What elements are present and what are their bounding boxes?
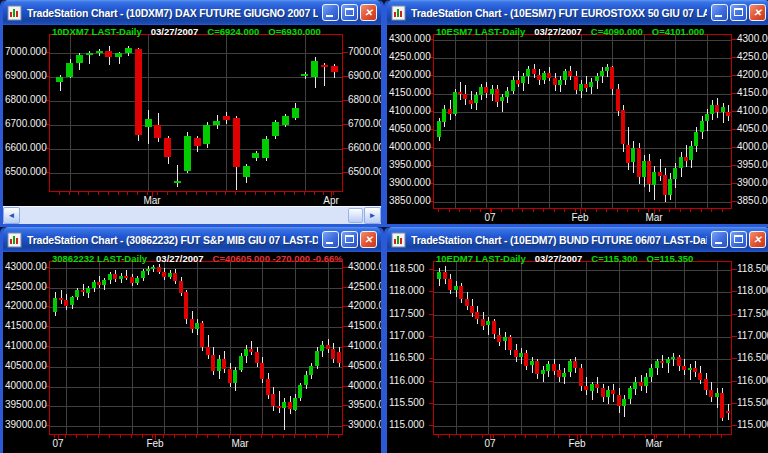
y-axis-label: 6800.000	[348, 95, 381, 105]
candle-body	[652, 172, 656, 185]
candle-body	[589, 82, 593, 87]
chart-area[interactable]: 118.500118.500118.000118.000117.500117.5…	[387, 252, 768, 450]
y-axis-label: 6600.000	[5, 143, 44, 153]
candle-wick	[717, 388, 718, 408]
candle-body	[500, 97, 504, 101]
x-axis-tick	[216, 192, 217, 195]
y-axis-label: 4300.000	[389, 34, 428, 44]
candle-body	[184, 292, 188, 319]
x-axis-tick	[501, 209, 502, 212]
minimize-button[interactable]	[711, 4, 728, 21]
candle-body	[590, 384, 594, 391]
maximize-button[interactable]	[730, 4, 747, 21]
legend-item: 03/27/2007	[151, 26, 199, 37]
tradestation-chart-icon	[7, 5, 23, 21]
candle-body	[710, 105, 714, 114]
candle-body	[617, 395, 621, 406]
y-axis-label: 117.000	[737, 331, 768, 341]
candle-body	[213, 121, 220, 125]
h-gridline	[50, 173, 342, 174]
candle-body	[655, 361, 659, 368]
plot-area[interactable]	[49, 34, 343, 192]
legend-item: 10DXM7 LAST-Daily	[52, 26, 142, 37]
y-axis-label: 42500.00	[5, 282, 44, 292]
scroll-left-button[interactable]: ◄	[3, 207, 20, 224]
chart-area[interactable]: 7000.0007000.0006900.0006900.0006800.000…	[3, 25, 381, 207]
maximize-button[interactable]	[341, 4, 358, 21]
close-button[interactable]: ✕	[360, 231, 377, 248]
candle-body	[92, 282, 96, 288]
candle-body	[194, 138, 201, 146]
minimize-button[interactable]	[322, 4, 339, 21]
candle-body	[720, 393, 724, 418]
x-axis-tick	[131, 435, 132, 438]
titlebar[interactable]: TradeStation Chart - (10EDM7) BUND FUTUR…	[387, 227, 768, 252]
h-gridline	[434, 426, 731, 427]
x-axis-tick	[196, 435, 197, 438]
candle-body	[605, 67, 609, 71]
y-axis-label: 42000.00	[348, 301, 381, 311]
plot-area[interactable]	[433, 261, 732, 435]
y-axis-label: 6500.000	[5, 167, 44, 177]
legend-item: 30862232 LAST-Daily	[52, 253, 147, 264]
y-axis-label: 4200.000	[737, 70, 768, 80]
candle-body	[233, 370, 237, 383]
minimize-button[interactable]	[711, 231, 728, 248]
close-button[interactable]: ✕	[749, 4, 766, 21]
window-eurostoxx-chart[interactable]: TradeStation Chart - (10ESM7) FUT EUROST…	[384, 0, 768, 227]
y-axis-label: 118.500	[389, 264, 428, 274]
v-gridline	[486, 35, 487, 208]
x-axis-tick	[438, 209, 439, 212]
close-button[interactable]: ✕	[360, 4, 377, 21]
candle-body	[154, 125, 161, 138]
candle-body	[337, 352, 341, 363]
x-axis-tick	[591, 435, 592, 438]
h-gridline	[434, 202, 731, 203]
y-axis-label: 4100.000	[389, 106, 428, 116]
x-axis-tick	[229, 435, 230, 438]
tradestation-chart-icon	[391, 5, 407, 21]
x-axis-tick	[634, 435, 635, 438]
titlebar[interactable]: TradeStation Chart - (10ESM7) FUT EUROST…	[387, 0, 768, 25]
x-axis-tick	[480, 209, 481, 212]
candle-body	[102, 280, 106, 285]
candle-body	[195, 323, 199, 329]
plot-area[interactable]	[49, 261, 343, 435]
y-axis-label: 117.000	[389, 331, 428, 341]
candle-body	[516, 80, 520, 84]
candle-body	[668, 179, 672, 195]
scrollbar-thumb[interactable]	[348, 208, 363, 223]
chart-area[interactable]: 43000.0043000.0042500.0042500.0042000.00…	[3, 252, 381, 450]
candle-wick	[532, 357, 533, 373]
y-axis-label: 40500.00	[5, 361, 44, 371]
window-spmib-chart[interactable]: TradeStation Chart - (30862232) FUT S&P …	[0, 227, 384, 453]
scrollbar-track[interactable]	[20, 207, 348, 224]
x-axis-tick	[678, 435, 679, 438]
y-axis-label: 118.000	[389, 286, 428, 296]
candle-body	[453, 92, 457, 114]
window-dax-chart[interactable]: TradeStation Chart - (10DXM7) DAX FUTURE…	[0, 0, 384, 227]
x-axis-label: Mar	[228, 439, 252, 449]
x-axis-tick	[606, 209, 607, 212]
maximize-button[interactable]	[730, 231, 747, 248]
candle-body	[677, 357, 681, 366]
candle-body	[704, 379, 708, 390]
plot-area[interactable]	[433, 34, 732, 209]
x-axis-tick	[554, 209, 555, 212]
scroll-right-button[interactable]: ►	[364, 207, 381, 224]
x-axis-tick	[78, 192, 79, 195]
candle-body	[490, 89, 494, 94]
titlebar[interactable]: TradeStation Chart - (30862232) FUT S&P …	[3, 227, 381, 252]
window-bund-chart[interactable]: TradeStation Chart - (10EDM7) BUND FUTUR…	[384, 227, 768, 453]
candle-body	[321, 65, 328, 67]
y-axis-label: 4250.000	[737, 52, 768, 62]
maximize-button[interactable]	[341, 231, 358, 248]
candle-body	[119, 276, 123, 279]
chart-area[interactable]: 4300.0004300.0004250.0004250.0004200.000…	[387, 25, 768, 224]
close-button[interactable]: ✕	[749, 231, 766, 248]
titlebar[interactable]: TradeStation Chart - (10DXM7) DAX FUTURE…	[3, 0, 381, 25]
minimize-icon	[715, 15, 722, 17]
x-axis-tick	[470, 209, 471, 212]
minimize-button[interactable]	[322, 231, 339, 248]
horizontal-scrollbar[interactable]: ◄ ►	[3, 206, 381, 224]
